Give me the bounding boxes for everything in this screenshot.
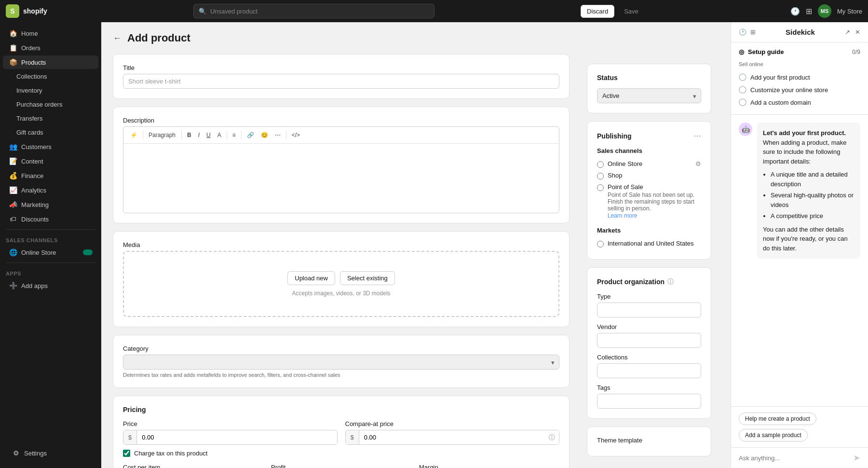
sidebar-item-orders[interactable]: 📋 Orders <box>3 41 98 55</box>
sidekick-history-icon[interactable]: 🕐 <box>739 28 746 36</box>
rte-emoji-button[interactable]: 😊 <box>258 130 271 140</box>
price-symbol: $ <box>123 430 137 444</box>
online-store-toggle[interactable] <box>83 249 93 255</box>
rte-code-button[interactable]: </> <box>289 130 303 140</box>
customize-icon[interactable]: ⊞ <box>806 7 812 16</box>
media-label: Media <box>123 241 559 248</box>
save-button[interactable]: Save <box>618 5 644 17</box>
settings-icon: ⚙ <box>12 449 20 457</box>
rte-bold-button[interactable]: B <box>184 130 194 140</box>
collections-input[interactable] <box>597 363 701 378</box>
compare-info-icon: ⓘ <box>549 433 555 442</box>
select-existing-button[interactable]: Select existing <box>340 271 395 285</box>
pos-radio[interactable] <box>597 184 604 191</box>
rte-italic-button[interactable]: I <box>195 130 203 140</box>
org-info-icon: ⓘ <box>667 277 674 286</box>
rte-color-button[interactable]: A <box>215 130 224 140</box>
sidekick-send-button[interactable]: ➤ <box>853 453 860 463</box>
cost-label: Cost per item <box>123 464 263 468</box>
intl-market-name: International and United States <box>608 240 694 247</box>
analytics-icon: 📈 <box>9 186 17 194</box>
product-org-card: Product organization ⓘ Type Vendor Colle… <box>587 267 711 419</box>
vendor-field: Vendor <box>597 323 701 348</box>
pricing-card: Pricing Price $ Compare-at price <box>113 396 570 468</box>
search-container: 🔍 Unsaved product <box>193 4 434 18</box>
chat-followup: You can add the other details now if you… <box>763 225 854 253</box>
setup-progress: 0/9 <box>852 49 860 55</box>
sidebar-item-purchase-orders[interactable]: Purchase orders <box>3 98 98 111</box>
sidebar-item-content[interactable]: 📝 Content <box>3 154 98 168</box>
description-textarea[interactable] <box>123 144 559 211</box>
sidekick-title: Sidekick <box>786 28 815 36</box>
sidekick-close-icon[interactable]: ✕ <box>855 28 860 36</box>
shop-channel-info: Shop <box>608 172 622 179</box>
online-store-settings-icon[interactable]: ⚙ <box>695 160 701 167</box>
sidebar-item-discounts[interactable]: 🏷 Discounts <box>3 212 98 226</box>
setup-item-customize[interactable]: Customize your online store <box>739 83 860 96</box>
setup-item-first-product[interactable]: Add your first product <box>739 71 860 83</box>
setup-item-domain[interactable]: Add a custom domain <box>739 96 860 109</box>
page-title: Add product <box>127 32 190 44</box>
sidekick-input-row: ➤ <box>731 447 868 468</box>
sidekick-ask-input[interactable] <box>739 454 849 462</box>
history-icon[interactable]: 🕐 <box>790 7 800 16</box>
sidebar-divider-1 <box>6 229 95 230</box>
sidebar-item-finance[interactable]: 💰 Finance <box>3 169 98 182</box>
tags-input[interactable] <box>597 394 701 409</box>
sidebar-item-transfers[interactable]: Transfers <box>3 112 98 125</box>
shop-radio[interactable] <box>597 173 604 179</box>
sidebar-item-settings[interactable]: ⚙ Settings <box>6 446 95 460</box>
avatar[interactable]: MS <box>818 4 831 18</box>
sidebar-item-analytics[interactable]: 📈 Analytics <box>3 183 98 197</box>
compare-input[interactable] <box>359 430 559 444</box>
sidebar-item-inventory[interactable]: Inventory <box>3 84 98 97</box>
back-button[interactable]: ← <box>113 33 122 43</box>
sidekick-expand-icon[interactable]: ↗ <box>845 28 850 36</box>
sidebar-item-customers[interactable]: 👥 Customers <box>3 140 98 153</box>
title-input[interactable] <box>123 74 559 89</box>
margin-field: Margin <box>419 464 559 468</box>
media-card: Media Upload new Select existing Accepts… <box>113 231 570 327</box>
sidekick-actions: Help me create a product Add a sample pr… <box>731 406 868 447</box>
rte-align-button[interactable]: ≡ <box>230 130 239 140</box>
setup-guide-icon: ◎ <box>739 48 744 55</box>
vendor-input[interactable] <box>597 333 701 348</box>
discard-button[interactable]: Discard <box>581 5 614 18</box>
sidebar-item-customers-label: Customers <box>21 143 52 151</box>
rte-underline-button[interactable]: U <box>203 130 214 140</box>
sidebar-item-collections[interactable]: Collections <box>3 70 98 83</box>
status-select[interactable]: Active Draft <box>597 88 701 103</box>
chat-bullet-1: A unique title and a detailed descriptio… <box>771 170 854 189</box>
rte-link-button[interactable]: 🔗 <box>244 130 257 140</box>
sidebar-item-add-apps[interactable]: ➕ Add apps <box>3 279 98 292</box>
help-create-product-button[interactable]: Help me create a product <box>739 413 816 425</box>
online-store-channel-name: Online Store <box>608 160 642 167</box>
category-label: Category <box>123 345 559 352</box>
type-input[interactable] <box>597 303 701 317</box>
category-select[interactable] <box>123 355 559 370</box>
chat-bullet-2: Several high-quality photos or videos <box>771 191 854 209</box>
rte-style-select[interactable]: Paragraph <box>146 130 179 140</box>
intl-market-radio[interactable] <box>597 241 604 248</box>
sidekick-grid-icon[interactable]: ⊞ <box>750 28 756 36</box>
setup-guide-title: ◎ Setup guide <box>739 48 784 55</box>
sidebar-item-online-store[interactable]: 🌐 Online Store <box>3 246 98 259</box>
charge-tax-checkbox[interactable] <box>123 450 130 457</box>
price-input[interactable] <box>137 430 337 444</box>
rte-sep-1 <box>143 131 143 139</box>
setup-guide: ◎ Setup guide 0/9 Sell online Add your f… <box>731 42 868 115</box>
search-icon: 🔍 <box>199 8 206 15</box>
rte-format-icon[interactable]: ⚡ <box>127 130 140 140</box>
finance-icon: 💰 <box>9 172 17 179</box>
rte-more-button[interactable]: ⋯ <box>272 130 284 140</box>
sidebar-item-marketing[interactable]: 📣 Marketing <box>3 198 98 211</box>
sidebar-item-products[interactable]: 📦 Products <box>3 55 98 69</box>
add-sample-product-button[interactable]: Add a sample product <box>739 429 808 441</box>
upload-new-button[interactable]: Upload new <box>287 271 335 285</box>
publishing-actions-icon[interactable]: ⋯ <box>693 131 701 140</box>
sidebar-item-gift-cards[interactable]: Gift cards <box>3 126 98 139</box>
description-label: Description <box>123 117 559 124</box>
learn-more-link[interactable]: Learn more <box>608 212 637 219</box>
sidebar-item-home[interactable]: 🏠 Home <box>3 27 98 40</box>
online-store-radio[interactable] <box>597 161 604 168</box>
